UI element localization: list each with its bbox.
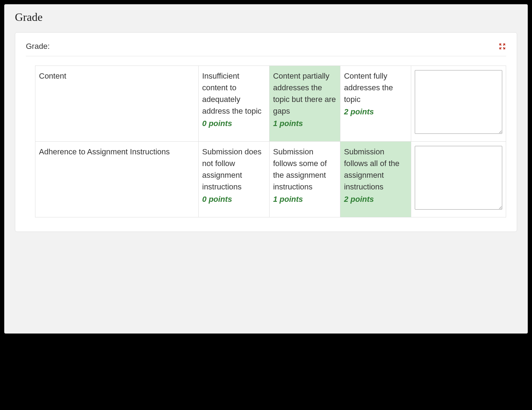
level-description: Submission does not follow assignment in… <box>202 146 266 193</box>
level-points: 0 points <box>202 118 266 129</box>
level-points: 2 points <box>344 193 407 205</box>
criterion-name: Content <box>35 66 199 142</box>
grade-label: Grade: <box>26 42 50 51</box>
comment-cell <box>411 66 506 142</box>
comment-cell <box>411 142 506 217</box>
expand-icon[interactable] <box>498 42 506 50</box>
criterion-name: Adherence to Assignment Instructions <box>35 142 199 217</box>
rubric-level-cell[interactable]: Insufficient content to adequately addre… <box>198 66 269 142</box>
table-row: Adherence to Assignment Instructions Sub… <box>35 142 506 217</box>
level-description: Insufficient content to adequately addre… <box>202 70 266 117</box>
level-description: Content partially addresses the topic bu… <box>273 70 336 117</box>
level-points: 2 points <box>344 106 407 118</box>
level-description: Submission follows all of the assignment… <box>344 146 407 193</box>
level-points: 0 points <box>202 193 266 205</box>
rubric-level-cell[interactable]: Content partially addresses the topic bu… <box>269 66 340 142</box>
rubric-level-cell[interactable]: Content fully addresses the topic 2 poin… <box>340 66 411 142</box>
level-points: 1 points <box>273 118 336 129</box>
level-description: Content fully addresses the topic <box>344 70 407 105</box>
comment-textarea[interactable] <box>415 70 502 134</box>
table-row: Content Insufficient content to adequate… <box>35 66 506 142</box>
level-description: Submission follows some of the assignmen… <box>273 146 336 193</box>
rubric-level-cell[interactable]: Submission follows some of the assignmen… <box>269 142 340 217</box>
page-title: Grade <box>4 4 528 32</box>
grade-card: Grade: Content Insufficient content to a… <box>15 32 517 232</box>
rubric-level-cell[interactable]: Submission does not follow assignment in… <box>198 142 269 217</box>
grade-header: Grade: <box>26 42 506 56</box>
comment-textarea[interactable] <box>415 146 502 210</box>
rubric-table: Content Insufficient content to adequate… <box>35 66 506 217</box>
page-container: Grade Grade: Content Insufficient conten… <box>4 4 528 334</box>
rubric-level-cell[interactable]: Submission follows all of the assignment… <box>340 142 411 217</box>
level-points: 1 points <box>273 193 336 205</box>
